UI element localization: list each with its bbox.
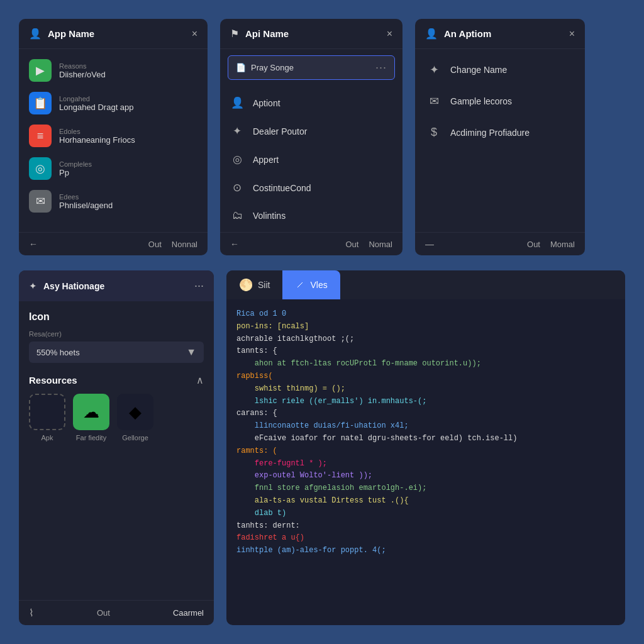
list-item[interactable]: ✦ Change Name: [415, 54, 585, 86]
api-menu-list: 👤 Aptiont ✦ Dealer Poutor ◎ Appert ⊙ Cos…: [220, 86, 402, 232]
app-footer-normal[interactable]: Nonnal: [172, 240, 197, 249]
option-label: Change Name: [450, 65, 507, 75]
menu-item-label: CostintueCond: [253, 183, 311, 193]
api-panel-header-icon: ⚑: [230, 28, 239, 40]
resource-panel-dots[interactable]: ···: [194, 279, 204, 292]
app-panel-close[interactable]: ×: [192, 28, 197, 40]
code-line: ahon at ftch-ltas rocUProtl fo-mname out…: [236, 358, 615, 370]
list-item[interactable]: ◎ Appert: [220, 145, 402, 174]
api-search-row[interactable]: 📄 ···: [228, 55, 395, 80]
app-item-label: Reasons: [59, 62, 106, 70]
option-label: Gample lecoros: [450, 96, 512, 106]
app-icon: ▶: [29, 59, 52, 82]
code-line: dlab t): [236, 508, 615, 520]
list-item[interactable]: ✉ Edees Phnlisel/agend: [19, 185, 208, 218]
app-item-label: Edees: [59, 193, 113, 201]
option-label: Acdiming Profiadure: [450, 128, 530, 138]
app-panel-footer: ← Out Nonnal: [19, 232, 208, 255]
resource-icons-list: Apk ☁ Far fiedity ◆ Gellorge: [29, 394, 204, 441]
resource-footer-btn[interactable]: Caarmel: [173, 608, 204, 618]
app-footer-out[interactable]: Out: [148, 240, 162, 249]
app-icon: ✉: [29, 190, 52, 213]
app-panel-header-icon: 👤: [29, 28, 42, 40]
list-item[interactable]: 📋 Longahed Longahed Dragt app: [19, 87, 208, 119]
api-footer-arrow[interactable]: ←: [230, 239, 335, 249]
vles-icon: ⟋: [295, 279, 305, 291]
res-dropdown-value: 550% hoets: [36, 348, 186, 357]
app-item-name: Pp: [59, 168, 92, 177]
tab-siit[interactable]: 🌕 Siit: [226, 270, 282, 299]
option-panel-header: 👤 An Aptiom ×: [415, 19, 585, 49]
code-line: fnnl store afgnelasioh emartolgh-.ei);: [236, 482, 615, 495]
resource-footer-out[interactable]: Out: [44, 608, 163, 618]
res-chevron-down-icon: ▼: [186, 347, 196, 358]
api-panel-close[interactable]: ×: [387, 28, 392, 40]
option-icon: ✉: [426, 94, 441, 108]
option-panel-header-icon: 👤: [425, 28, 438, 40]
code-line: fere-fugntl * );: [236, 458, 615, 470]
resource-panel-header: ✦ Asy Hationage ···: [19, 270, 214, 301]
app-panel-header: 👤 App Name ×: [19, 19, 208, 49]
resource-panel: ✦ Asy Hationage ··· Icon Resa(cerr) 550%…: [19, 270, 214, 625]
resource-panel-footer: ⌇ Out Caarmel: [19, 600, 214, 625]
option-footer-normal[interactable]: Momal: [550, 240, 575, 249]
resources-section-header: Resources ∧: [29, 374, 204, 386]
option-panel-footer: — Out Momal: [415, 232, 585, 255]
app-item-name: Longahed Dragt app: [59, 103, 134, 112]
app-item-label: Longahed: [59, 95, 134, 103]
code-line: ramnts: (: [236, 445, 615, 458]
api-panel-title: Api Name: [245, 28, 380, 39]
res-label: Resa(cerr): [29, 330, 204, 338]
res-icon-box: [29, 394, 65, 430]
res-icon-box: ☁: [73, 394, 109, 430]
resource-panel-title: Asy Hationage: [43, 281, 188, 291]
code-panel: 🌕 Siit ⟋ Vles Rica od 1 0pon-ins: [ncals…: [226, 270, 625, 625]
app-item-label: Edoles: [59, 128, 135, 135]
res-icon-label: Apk: [42, 434, 53, 441]
api-footer-out[interactable]: Out: [345, 240, 358, 249]
menu-item-icon: 🗂: [230, 209, 244, 222]
list-item[interactable]: 👤 Aptiont: [220, 89, 402, 117]
code-tabs: 🌕 Siit ⟋ Vles: [226, 270, 625, 299]
list-item: ◆ Gellorge: [117, 394, 153, 441]
code-line: tannts: {: [236, 345, 615, 358]
option-list: ✦ Change Name ✉ Gample lecoros $ Acdimin…: [415, 49, 585, 153]
list-item[interactable]: ✉ Gample lecoros: [415, 86, 585, 117]
option-footer-arrow[interactable]: —: [425, 239, 517, 249]
option-panel-close[interactable]: ×: [569, 28, 575, 40]
api-panel-footer: ← Out Nomal: [220, 232, 402, 255]
app-item-name: Phnlisel/agend: [59, 201, 113, 210]
list-item[interactable]: ▶ Reasons Diisher/oVed: [19, 54, 208, 87]
app-icon: ◎: [29, 157, 52, 180]
code-line: exp-outel Wolto'-lient ));: [236, 470, 615, 482]
app-footer-arrow[interactable]: ←: [29, 239, 138, 249]
app-item-name: Diisher/oVed: [59, 70, 106, 79]
code-line: rapbiss(: [236, 370, 615, 383]
tab-vles[interactable]: ⟋ Vles: [282, 270, 340, 299]
list-item[interactable]: $ Acdiming Profiadure: [415, 117, 585, 148]
code-line: llinconaotte duias/fi-uhation x4l;: [236, 420, 615, 433]
resource-header-icon: ✦: [29, 280, 37, 292]
res-dropdown[interactable]: 550% hoets ▼: [29, 341, 204, 363]
option-footer-out[interactable]: Out: [527, 240, 540, 249]
code-line: pon-ins: [ncals]: [236, 321, 615, 333]
list-item[interactable]: ≡ Edoles Horhaneaning Friocs: [19, 119, 208, 152]
resource-body: Icon Resa(cerr) 550% hoets ▼ Resources ∧…: [19, 301, 214, 600]
list-item[interactable]: ⊙ CostintueCond: [220, 174, 402, 202]
code-line: eFcaive ioafor for natel dgru-sheets-for…: [236, 433, 615, 445]
res-chevron-up-icon: ∧: [196, 374, 204, 386]
res-icon-label: Gellorge: [122, 434, 148, 441]
bottom-row: ✦ Asy Hationage ··· Icon Resa(cerr) 550%…: [19, 270, 625, 625]
list-item[interactable]: ◎ Compleles Pp: [19, 152, 208, 185]
list-item[interactable]: ✦ Dealer Poutor: [220, 117, 402, 145]
top-row: 👤 App Name × ▶ Reasons Diisher/oVed 📋 Lo…: [19, 19, 625, 255]
code-line: tanhts: dernt:: [236, 520, 615, 533]
option-icon: ✦: [426, 63, 441, 77]
api-search-icon: 📄: [236, 63, 246, 72]
list-item[interactable]: 🗂 Volintins: [220, 202, 402, 230]
api-search-input[interactable]: [251, 63, 370, 72]
api-footer-normal[interactable]: Nomal: [369, 240, 392, 249]
menu-item-icon: ⊙: [230, 181, 244, 194]
app-icon: ≡: [29, 125, 52, 147]
tab-siit-label: Siit: [258, 280, 270, 290]
